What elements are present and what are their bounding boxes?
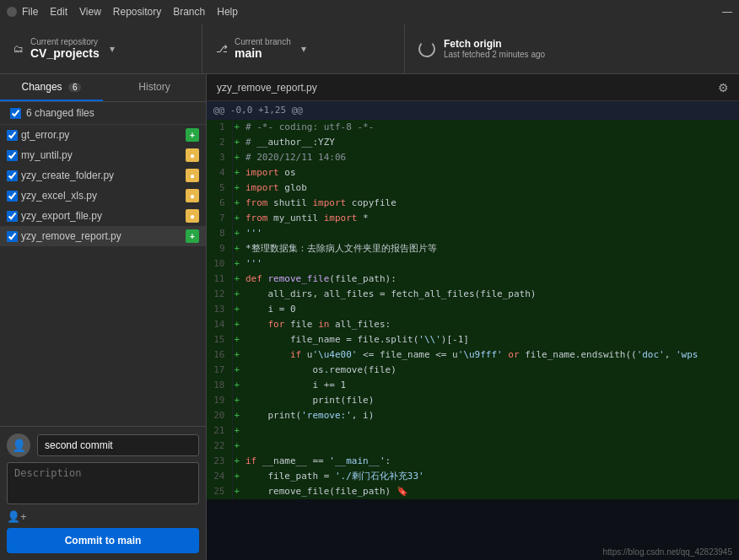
main-layout: Changes 6 History 6 changed files gt_err… [0, 74, 739, 560]
diff-content[interactable]: @@ -0,0 +1,25 @@ 1 + # -*- coding: utf-8… [207, 101, 739, 560]
table-row: 6 + from shutil import copyfile [207, 196, 739, 211]
current-branch-section[interactable]: ⎇ Current branch main ▾ [202, 24, 405, 73]
table-row: 20 + print('remove:', i) [207, 408, 739, 423]
table-row: 25 + remove_file(file_path) 🔖 [207, 484, 739, 499]
commit-description-input[interactable] [7, 462, 199, 504]
fetch-section[interactable]: Fetch origin Last fetched 2 minutes ago [405, 38, 558, 59]
sidebar: Changes 6 History 6 changed files gt_err… [0, 74, 207, 560]
diff-header: yzy_remove_report.py ⚙ [207, 74, 739, 101]
window-control[interactable] [7, 7, 17, 17]
file-name-1: my_until.py [21, 149, 182, 161]
file-item-1[interactable]: my_until.py ● [0, 145, 206, 165]
tab-changes[interactable]: Changes 6 [0, 74, 103, 101]
table-row: 1 + # -*- coding: utf-8 -*- [207, 120, 739, 135]
table-row: 19 + print(file) [207, 393, 739, 408]
branch-name: main [235, 46, 291, 60]
file-checkbox-4[interactable] [7, 211, 18, 222]
table-row: 8 + ''' [207, 226, 739, 241]
table-row: 23 + if __name__ == '__main__': [207, 454, 739, 469]
table-row: 22 + [207, 439, 739, 454]
file-badge-3: ● [186, 189, 199, 202]
table-row: 18 + i += 1 [207, 378, 739, 393]
toolbar: 🗂 Current repository CV_projects ▾ ⎇ Cur… [0, 24, 739, 74]
table-row: 24 + file_path = './剩门石化补充33' [207, 469, 739, 484]
menu-edit[interactable]: Edit [50, 6, 67, 18]
commit-area: 👤 👤+ Commit to main [0, 426, 206, 560]
menu-bar: File Edit View Repository Branch Help [22, 6, 238, 18]
commit-user-row: 👤 [7, 433, 199, 457]
menu-view[interactable]: View [79, 6, 101, 18]
repo-label: Current repository [30, 37, 100, 46]
table-row: 3 + # 2020/12/11 14:06 [207, 150, 739, 165]
changed-files-label: 6 changed files [26, 107, 94, 119]
table-row: 21 + [207, 423, 739, 439]
sidebar-tabs: Changes 6 History [0, 74, 206, 102]
file-checkbox-0[interactable] [7, 130, 18, 141]
avatar: 👤 [7, 433, 30, 457]
repo-name: CV_projects [30, 46, 100, 60]
fetch-icon [418, 40, 435, 57]
table-row: 4 + import os [207, 165, 739, 180]
file-list: gt_error.py + my_until.py ● yzy_create_f… [0, 125, 206, 426]
repo-chevron-icon: ▾ [110, 43, 115, 55]
file-name-0: gt_error.py [21, 129, 182, 141]
file-name-3: yzy_excel_xls.py [21, 190, 182, 202]
changed-files-header: 6 changed files [0, 102, 206, 125]
menu-file[interactable]: File [22, 6, 38, 18]
add-coauthor-icon[interactable]: 👤+ [7, 510, 27, 523]
branch-label: Current branch [235, 37, 291, 46]
file-badge-0: + [186, 128, 199, 142]
file-name-2: yzy_create_folder.py [21, 170, 182, 181]
file-checkbox-5[interactable] [7, 231, 18, 242]
watermark: https://blog.csdn.net/qq_42823945 [603, 547, 732, 557]
file-badge-4: ● [186, 209, 199, 223]
commit-message-input[interactable] [37, 434, 199, 456]
file-name-4: yzy_export_file.py [21, 210, 182, 222]
file-checkbox-1[interactable] [7, 150, 18, 161]
file-checkbox-2[interactable] [7, 170, 18, 181]
fetch-sub: Last fetched 2 minutes ago [444, 50, 545, 59]
table-row: 5 + import glob [207, 180, 739, 196]
branch-icon: ⎇ [216, 43, 228, 55]
changes-badge: 6 [68, 83, 82, 92]
file-item-5[interactable]: yzy_remove_report.py + [0, 226, 206, 246]
table-row: 14 + for file in all_files: [207, 317, 739, 332]
table-row: 13 + i = 0 [207, 302, 739, 317]
file-item-3[interactable]: yzy_excel_xls.py ● [0, 186, 206, 206]
diff-table: @@ -0,0 +1,25 @@ 1 + # -*- coding: utf-8… [207, 101, 739, 499]
table-row: 7 + from my_until import * [207, 211, 739, 226]
file-badge-5: + [186, 229, 199, 243]
current-repo-section[interactable]: 🗂 Current repository CV_projects ▾ [0, 24, 202, 73]
titlebar: File Edit View Repository Branch Help — [0, 0, 739, 24]
file-name-5: yzy_remove_report.py [21, 230, 182, 242]
tab-history[interactable]: History [103, 74, 206, 101]
titlebar-left: File Edit View Repository Branch Help [7, 6, 238, 18]
settings-icon[interactable]: ⚙ [718, 81, 729, 94]
table-row: 10 + ''' [207, 256, 739, 272]
repo-icon: 🗂 [13, 43, 24, 55]
table-row: 11 + def remove_file(file_path): [207, 272, 739, 287]
fetch-label: Fetch origin [444, 38, 545, 50]
diff-hunk-label: @@ -0,0 +1,25 @@ [207, 101, 739, 120]
commit-button[interactable]: Commit to main [7, 528, 199, 553]
table-row: 9 + *整理数据集：去除病人文件夹里的报告图片等 [207, 241, 739, 256]
table-row: 12 + all_dirs, all_files = fetch_all_fil… [207, 287, 739, 302]
file-item-2[interactable]: yzy_create_folder.py ● [0, 165, 206, 186]
window-minimize[interactable]: — [722, 6, 732, 18]
menu-branch[interactable]: Branch [173, 6, 205, 18]
table-row: 16 + if u'\u4e00' <= file_name <= u'\u9f… [207, 347, 739, 363]
table-row: 2 + # __author__:YZY [207, 135, 739, 150]
menu-repository[interactable]: Repository [113, 6, 161, 18]
commit-footer: 👤+ [7, 510, 199, 523]
select-all-checkbox[interactable] [10, 108, 21, 119]
file-badge-1: ● [186, 148, 199, 162]
diff-area: yzy_remove_report.py ⚙ @@ -0,0 +1,25 @@ … [207, 74, 739, 560]
diff-filename: yzy_remove_report.py [217, 82, 317, 94]
menu-help[interactable]: Help [217, 6, 238, 18]
table-row: 17 + os.remove(file) [207, 363, 739, 378]
file-item-0[interactable]: gt_error.py + [0, 125, 206, 145]
file-item-4[interactable]: yzy_export_file.py ● [0, 206, 206, 226]
file-badge-2: ● [186, 169, 199, 182]
file-checkbox-3[interactable] [7, 191, 18, 202]
diff-hunk-row: @@ -0,0 +1,25 @@ [207, 101, 739, 120]
